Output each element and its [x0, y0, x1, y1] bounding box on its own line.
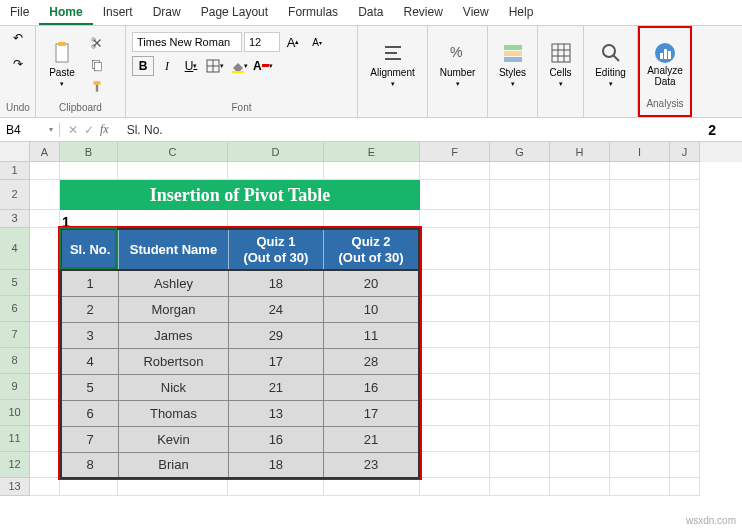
row-header-3[interactable]: 3 [0, 210, 30, 228]
table-row[interactable]: 1Ashley1820 [61, 270, 419, 296]
menu-review[interactable]: Review [393, 0, 452, 25]
svg-line-26 [613, 55, 619, 61]
row-header-13[interactable]: 13 [0, 478, 30, 496]
format-painter-icon[interactable] [86, 77, 108, 97]
cells-button[interactable]: Cells▾ [544, 35, 577, 95]
menu-insert[interactable]: Insert [93, 0, 143, 25]
svg-rect-5 [95, 62, 102, 70]
svg-rect-7 [96, 84, 98, 91]
row-header-6[interactable]: 6 [0, 296, 30, 322]
copy-icon[interactable] [86, 55, 108, 75]
row-header-11[interactable]: 11 [0, 426, 30, 452]
svg-rect-18 [504, 51, 522, 56]
menu-home[interactable]: Home [39, 0, 92, 25]
undo-icon[interactable]: ↶ [7, 28, 29, 48]
undo-group-label: Undo [6, 101, 29, 117]
fill-color-button[interactable]: ▾ [228, 56, 250, 76]
menu-view[interactable]: View [453, 0, 499, 25]
table-header: Quiz 2(Out of 30) [324, 229, 419, 270]
italic-button[interactable]: I [156, 56, 178, 76]
styles-button[interactable]: Styles▾ [494, 35, 531, 95]
fx-icon[interactable]: fx [100, 122, 109, 137]
row-header-5[interactable]: 5 [0, 270, 30, 296]
redo-icon[interactable]: ↷ [7, 54, 29, 74]
col-header-H[interactable]: H [550, 142, 610, 162]
font-group-label: Font [132, 101, 351, 117]
row-header-12[interactable]: 12 [0, 452, 30, 478]
svg-rect-17 [504, 45, 522, 50]
svg-rect-11 [232, 71, 244, 73]
table-row[interactable]: 6Thomas1317 [61, 400, 419, 426]
table-row[interactable]: 3James2911 [61, 322, 419, 348]
col-header-I[interactable]: I [610, 142, 670, 162]
alignment-button[interactable]: Alignment▾ [373, 35, 413, 95]
svg-text:%: % [450, 44, 462, 60]
formula-content[interactable]: Sl. No. [117, 123, 163, 137]
paste-button[interactable]: Paste ▾ [42, 35, 82, 95]
svg-rect-6 [94, 81, 101, 85]
svg-rect-19 [504, 57, 522, 62]
spreadsheet-grid[interactable]: ABCDEFGHIJ 12345678910111213 Insertion o… [0, 142, 742, 496]
clipboard-group-label: Clipboard [42, 101, 119, 117]
row-header-10[interactable]: 10 [0, 400, 30, 426]
bold-button[interactable]: B [132, 56, 154, 76]
analyze-data-button[interactable]: Analyze Data [642, 41, 688, 87]
col-header-D[interactable]: D [228, 142, 324, 162]
col-header-F[interactable]: F [420, 142, 490, 162]
menu-page-layout[interactable]: Page Layout [191, 0, 278, 25]
row-header-7[interactable]: 7 [0, 322, 30, 348]
table-header: Quiz 1(Out of 30) [228, 229, 323, 270]
menu-data[interactable]: Data [348, 0, 393, 25]
table-header: Student Name [119, 229, 228, 270]
row-header-4[interactable]: 4 [0, 228, 30, 270]
menu-bar: FileHomeInsertDrawPage LayoutFormulasDat… [0, 0, 742, 26]
col-header-J[interactable]: J [670, 142, 700, 162]
editing-button[interactable]: Editing▾ [591, 35, 631, 95]
svg-rect-0 [56, 44, 68, 62]
decrease-font-icon[interactable]: A▾ [306, 32, 328, 52]
table-row[interactable]: 8Brian1823 [61, 452, 419, 478]
svg-rect-30 [668, 51, 671, 59]
col-header-C[interactable]: C [118, 142, 228, 162]
cancel-icon[interactable]: ✕ [68, 123, 78, 137]
svg-rect-29 [664, 49, 667, 59]
svg-rect-20 [552, 44, 570, 62]
font-name-select[interactable] [132, 32, 242, 52]
table-row[interactable]: 4Robertson1728 [61, 348, 419, 374]
font-size-select[interactable] [244, 32, 280, 52]
enter-icon[interactable]: ✓ [84, 123, 94, 137]
menu-draw[interactable]: Draw [143, 0, 191, 25]
cut-icon[interactable] [86, 33, 108, 53]
col-header-E[interactable]: E [324, 142, 420, 162]
row-header-2[interactable]: 2 [0, 180, 30, 210]
borders-button[interactable]: ▾ [204, 56, 226, 76]
increase-font-icon[interactable]: A▴ [282, 32, 304, 52]
formula-bar: B4▾ ✕ ✓ fx Sl. No. [0, 118, 742, 142]
table-row[interactable]: 2Morgan2410 [61, 296, 419, 322]
col-header-G[interactable]: G [490, 142, 550, 162]
underline-button[interactable]: U▾ [180, 56, 202, 76]
menu-formulas[interactable]: Formulas [278, 0, 348, 25]
row-header-8[interactable]: 8 [0, 348, 30, 374]
ribbon: ↶ ↷ Undo Paste ▾ Clipboard A▴ A [0, 26, 742, 118]
svg-rect-12 [262, 64, 269, 67]
menu-help[interactable]: Help [499, 0, 544, 25]
table-header: Sl. No. [61, 229, 119, 270]
font-color-button[interactable]: A▾ [252, 56, 274, 76]
name-box[interactable]: B4▾ [0, 123, 60, 137]
menu-file[interactable]: File [0, 0, 39, 25]
row-header-9[interactable]: 9 [0, 374, 30, 400]
svg-rect-28 [660, 53, 663, 59]
analysis-group-label: Analysis [642, 97, 688, 113]
col-header-A[interactable]: A [30, 142, 60, 162]
title-banner: Insertion of Pivot Table [60, 180, 420, 210]
row-header-1[interactable]: 1 [0, 162, 30, 180]
col-header-B[interactable]: B [60, 142, 118, 162]
callout-2: 2 [708, 122, 716, 138]
watermark: wsxdn.com [686, 515, 736, 526]
table-row[interactable]: 7Kevin1621 [61, 426, 419, 452]
number-button[interactable]: % Number▾ [438, 35, 478, 95]
table-row[interactable]: 5Nick2116 [61, 374, 419, 400]
data-table: Sl. No.Student NameQuiz 1(Out of 30)Quiz… [58, 226, 422, 480]
select-all-corner[interactable] [0, 142, 30, 162]
